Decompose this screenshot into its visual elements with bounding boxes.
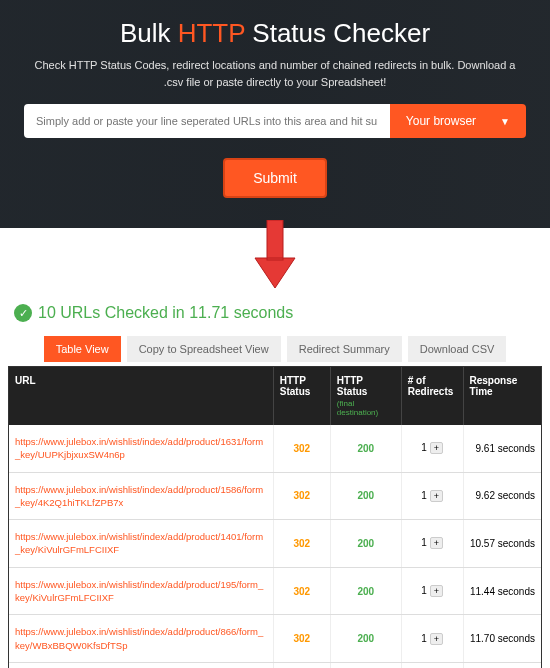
chevron-down-icon: ▼ <box>500 116 510 127</box>
response-time: 11.70 seconds <box>463 615 541 663</box>
arrow-down-icon <box>253 220 297 290</box>
table-header-row: URL HTTP Status HTTP Status (final desti… <box>9 367 541 425</box>
http-status-final: 200 <box>330 425 401 472</box>
tab-copy-to-spreadsheet-view[interactable]: Copy to Spreadsheet View <box>127 336 281 362</box>
http-status: 302 <box>273 520 330 568</box>
title-accent: HTTP <box>178 18 245 48</box>
results-table-wrap: URL HTTP Status HTTP Status (final desti… <box>8 366 542 668</box>
expand-icon[interactable]: + <box>430 490 443 502</box>
table-row: https://www.julebox.in/wishlist/index/ad… <box>9 662 541 668</box>
table-row: https://www.julebox.in/wishlist/index/ad… <box>9 425 541 472</box>
col-header-url: URL <box>9 367 273 425</box>
http-status: 302 <box>273 615 330 663</box>
redirect-count: 1+ <box>401 615 463 663</box>
col-header-status: HTTP Status <box>273 367 330 425</box>
http-status-final: 200 <box>330 567 401 615</box>
expand-icon[interactable]: + <box>430 442 443 454</box>
check-circle-icon: ✓ <box>14 304 32 322</box>
tab-download-csv[interactable]: Download CSV <box>408 336 507 362</box>
col-header-response: Response Time <box>463 367 541 425</box>
url-input[interactable] <box>24 104 390 138</box>
url-link[interactable]: https://www.julebox.in/wishlist/index/ad… <box>15 436 263 460</box>
submit-button[interactable]: Submit <box>223 158 327 198</box>
redirect-count: 1+ <box>401 662 463 668</box>
redirect-count: 1+ <box>401 472 463 520</box>
status-line: ✓ 10 URLs Checked in 11.71 seconds <box>0 294 550 336</box>
expand-icon[interactable]: + <box>430 633 443 645</box>
response-time: 11.63 seconds <box>463 662 541 668</box>
expand-icon[interactable]: + <box>430 537 443 549</box>
table-row: https://www.julebox.in/wishlist/index/ad… <box>9 520 541 568</box>
col-header-redirects: # of Redirects <box>401 367 463 425</box>
redirect-count: 1+ <box>401 567 463 615</box>
url-link[interactable]: https://www.julebox.in/wishlist/index/ad… <box>15 626 263 650</box>
col-header-status-final-label: HTTP Status <box>337 375 368 397</box>
url-link[interactable]: https://www.julebox.in/wishlist/index/ad… <box>15 484 263 508</box>
table-row: https://www.julebox.in/wishlist/index/ad… <box>9 615 541 663</box>
response-time: 9.61 seconds <box>463 425 541 472</box>
http-status: 302 <box>273 425 330 472</box>
svg-rect-0 <box>267 220 283 260</box>
http-status-final: 200 <box>330 662 401 668</box>
browser-select-label: Your browser <box>406 114 476 128</box>
url-link[interactable]: https://www.julebox.in/wishlist/index/ad… <box>15 579 263 603</box>
table-row: https://www.julebox.in/wishlist/index/ad… <box>9 567 541 615</box>
col-header-status-final: HTTP Status (final destination) <box>330 367 401 425</box>
url-link[interactable]: https://www.julebox.in/wishlist/index/ad… <box>15 531 263 555</box>
expand-icon[interactable]: + <box>430 585 443 597</box>
http-status: 302 <box>273 567 330 615</box>
results-table: URL HTTP Status HTTP Status (final desti… <box>9 367 541 668</box>
input-row: Your browser ▼ <box>24 104 526 138</box>
table-row: https://www.julebox.in/wishlist/index/ad… <box>9 472 541 520</box>
http-status: 302 <box>273 662 330 668</box>
response-time: 9.62 seconds <box>463 472 541 520</box>
tab-table-view[interactable]: Table View <box>44 336 121 362</box>
svg-marker-1 <box>255 258 295 288</box>
http-status-final: 200 <box>330 472 401 520</box>
arrow-annotation <box>0 220 550 294</box>
tab-redirect-summary[interactable]: Redirect Summary <box>287 336 402 362</box>
browser-select[interactable]: Your browser ▼ <box>390 104 526 138</box>
page-title: Bulk HTTP Status Checker <box>24 18 526 49</box>
http-status: 302 <box>273 472 330 520</box>
redirect-count: 1+ <box>401 425 463 472</box>
http-status-final: 200 <box>330 520 401 568</box>
subtitle: Check HTTP Status Codes, redirect locati… <box>24 57 526 90</box>
response-time: 11.44 seconds <box>463 567 541 615</box>
table-body: https://www.julebox.in/wishlist/index/ad… <box>9 425 541 668</box>
http-status-final: 200 <box>330 615 401 663</box>
col-header-status-final-sub: (final destination) <box>337 399 395 417</box>
redirect-count: 1+ <box>401 520 463 568</box>
tabs-row: Table ViewCopy to Spreadsheet ViewRedire… <box>0 336 550 366</box>
status-text: 10 URLs Checked in 11.71 seconds <box>38 304 293 322</box>
title-post: Status Checker <box>245 18 430 48</box>
response-time: 10.57 seconds <box>463 520 541 568</box>
hero-section: Bulk HTTP Status Checker Check HTTP Stat… <box>0 0 550 228</box>
title-pre: Bulk <box>120 18 178 48</box>
